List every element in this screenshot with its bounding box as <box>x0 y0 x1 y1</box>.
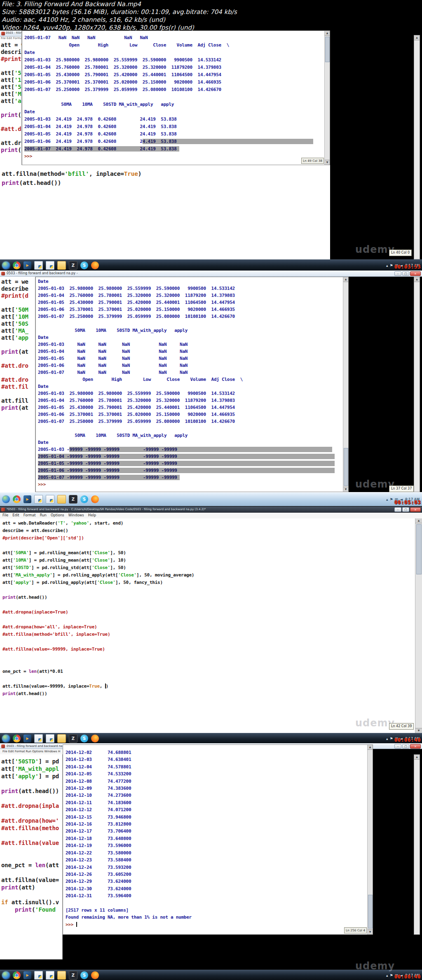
scroll-down-icon[interactable]: ▼ <box>325 160 330 165</box>
minimize-button[interactable]: – <box>394 744 401 749</box>
scroll-down-icon[interactable]: ▼ <box>343 487 348 492</box>
folder-icon[interactable] <box>57 734 66 743</box>
maximize-button[interactable]: □ <box>402 744 409 749</box>
python-shell-window[interactable]: 2005-01-07 NaN NaN NaN NaN NaN Open High… <box>22 30 330 165</box>
scrollbar-thumb[interactable] <box>416 524 422 574</box>
python-file-icon[interactable] <box>34 971 43 980</box>
scroll-up-icon[interactable]: ▲ <box>414 277 420 282</box>
python-file-2-icon[interactable] <box>46 261 54 270</box>
skype-icon[interactable]: S <box>80 971 88 979</box>
start-orb-icon[interactable] <box>2 971 10 979</box>
shell-scrollbar[interactable]: ▲ ▼ <box>343 277 348 492</box>
editor-code[interactable]: att['50STD'] = pd att['MA_with_appl att[… <box>0 754 62 913</box>
editor-code[interactable]: att = we describe #print(d att['50M att[… <box>0 277 35 411</box>
photo-app-icon[interactable]: Z <box>69 261 77 270</box>
scrollbar-thumb[interactable] <box>368 895 373 929</box>
python-file-icon[interactable] <box>34 495 43 504</box>
folder-icon[interactable] <box>57 971 66 980</box>
scroll-up-icon[interactable]: ▲ <box>325 31 330 36</box>
python-shell-window[interactable]: 2014-12-02 74.688801 2014-12-03 74.63840… <box>63 744 373 935</box>
editor-strip[interactable]: 0503 - filling forw File Edit Forma att … <box>0 30 22 165</box>
editor-strip[interactable]: att['50STD'] = pd att['MA_with_appl att[… <box>0 754 63 959</box>
scrollbar-thumb[interactable] <box>325 37 330 62</box>
menu-windows[interactable]: Windows <box>68 513 84 517</box>
photo-app-icon[interactable]: Z <box>69 971 77 980</box>
scroll-up-icon[interactable]: ▲ <box>415 518 422 523</box>
scroll-up-icon[interactable]: ▲ <box>343 277 348 282</box>
scrollbar-thumb[interactable] <box>344 448 348 486</box>
minimize-button[interactable]: – <box>394 271 401 276</box>
start-orb-icon[interactable] <box>2 495 10 503</box>
maximize-button[interactable]: □ <box>402 507 409 512</box>
python-file-2-icon[interactable] <box>46 495 54 504</box>
editor-scrollbar[interactable]: ▲ ▼ <box>415 518 422 733</box>
editor-code[interactable]: att = web.DataReader('T', 'yahoo', start… <box>0 518 422 698</box>
firefox-icon[interactable] <box>91 735 99 742</box>
chrome-icon[interactable] <box>13 495 21 503</box>
media-player-icon[interactable]: ▶ <box>23 261 31 269</box>
menu-help[interactable]: Help <box>88 513 96 517</box>
firefox-icon[interactable] <box>91 261 99 269</box>
start-orb-icon[interactable] <box>2 261 10 269</box>
minimize-button[interactable]: – <box>394 507 401 512</box>
tray-expand-icon[interactable]: ▴ <box>386 973 388 978</box>
action-flag-icon[interactable]: ⚑ <box>390 737 393 741</box>
shell-output[interactable]: 2005-01-07 NaN NaN NaN NaN NaN Open High… <box>22 31 330 160</box>
photo-app-icon[interactable]: Z <box>69 495 77 504</box>
python-file-2-icon[interactable] <box>46 971 54 980</box>
media-player-icon[interactable]: ▶ <box>23 495 31 503</box>
menu-options[interactable]: Options <box>51 513 64 517</box>
python-file-icon[interactable] <box>34 261 43 270</box>
shell-scrollbar[interactable]: ▲ ▼ <box>324 31 330 165</box>
folder-icon[interactable] <box>57 261 66 270</box>
python-file-icon[interactable] <box>34 734 43 743</box>
chrome-icon[interactable] <box>13 971 21 979</box>
chrome-icon[interactable] <box>13 735 21 742</box>
python-shell-window[interactable]: Date 2005-01-03 25.980000 25.980000 25.5… <box>35 277 349 492</box>
menu-format[interactable]: Format <box>23 513 36 517</box>
shell-output[interactable]: 2014-12-02 74.688801 2014-12-03 74.63840… <box>63 745 373 928</box>
action-flag-icon[interactable]: ⚑ <box>390 264 393 268</box>
firefox-icon[interactable] <box>91 971 99 979</box>
action-flag-icon[interactable]: ⚑ <box>390 973 393 978</box>
menu-run[interactable]: Run <box>40 513 47 517</box>
chrome-icon[interactable] <box>13 261 21 269</box>
scroll-down-icon[interactable]: ▼ <box>415 728 422 733</box>
shell-scrollbar[interactable]: ▲ ▼ <box>367 745 373 934</box>
tray-expand-icon[interactable]: ▴ <box>386 497 388 502</box>
scroll-up-icon[interactable]: ▲ <box>368 745 373 750</box>
menu-file[interactable]: File <box>2 513 8 517</box>
editor-menu[interactable]: File Edit Forma <box>0 37 21 40</box>
firefox-icon[interactable] <box>91 495 99 503</box>
editor-code[interactable]: att = w describ #print att['5 att['1 att… <box>0 40 21 154</box>
editor-body[interactable]: att = web.DataReader('T', 'yahoo', start… <box>0 518 422 733</box>
scroll-up-icon[interactable]: ▲ <box>414 35 420 40</box>
background-scrollbar[interactable]: ▲ <box>414 277 420 492</box>
editor-body-below[interactable]: att.fillna(method='bfill', inplace=True)… <box>0 165 330 259</box>
media-player-icon[interactable]: ▶ <box>23 971 31 979</box>
background-scrollbar[interactable]: ▲ <box>414 35 420 259</box>
close-button[interactable]: × <box>410 744 421 749</box>
start-orb-icon[interactable] <box>2 735 10 742</box>
tray-expand-icon[interactable]: ▴ <box>386 737 388 741</box>
editor-strip[interactable]: att = we describe #print(d att['50M att[… <box>0 277 35 492</box>
tray-expand-icon[interactable]: ▴ <box>386 264 388 268</box>
skype-icon[interactable]: S <box>80 495 88 503</box>
maximize-button[interactable]: □ <box>402 271 409 276</box>
skype-icon[interactable]: S <box>80 735 88 742</box>
python-file-2-icon[interactable] <box>46 734 54 743</box>
scroll-up-icon[interactable]: ▲ <box>414 755 420 760</box>
scroll-down-icon[interactable]: ▼ <box>368 929 373 934</box>
skype-icon[interactable]: S <box>80 261 88 269</box>
folder-icon[interactable] <box>57 495 66 504</box>
close-button[interactable]: × <box>410 507 421 512</box>
editor-menu[interactable]: File Edit Format Run Options Windows H <box>0 749 65 755</box>
editor-title-bar[interactable]: 0503 - filling forward and backward na.p… <box>0 271 422 277</box>
editor-code-lines[interactable]: att.fillna(method='bfill', inplace=True)… <box>0 165 330 187</box>
close-button[interactable]: × <box>410 271 421 276</box>
shell-output[interactable]: Date 2005-01-03 25.980000 25.980000 25.5… <box>36 277 348 488</box>
action-flag-icon[interactable]: ⚑ <box>390 497 393 502</box>
media-player-icon[interactable]: ▶ <box>23 735 31 742</box>
menu-edit[interactable]: Edit <box>12 513 19 517</box>
background-scrollbar[interactable]: ▲ <box>414 754 420 935</box>
